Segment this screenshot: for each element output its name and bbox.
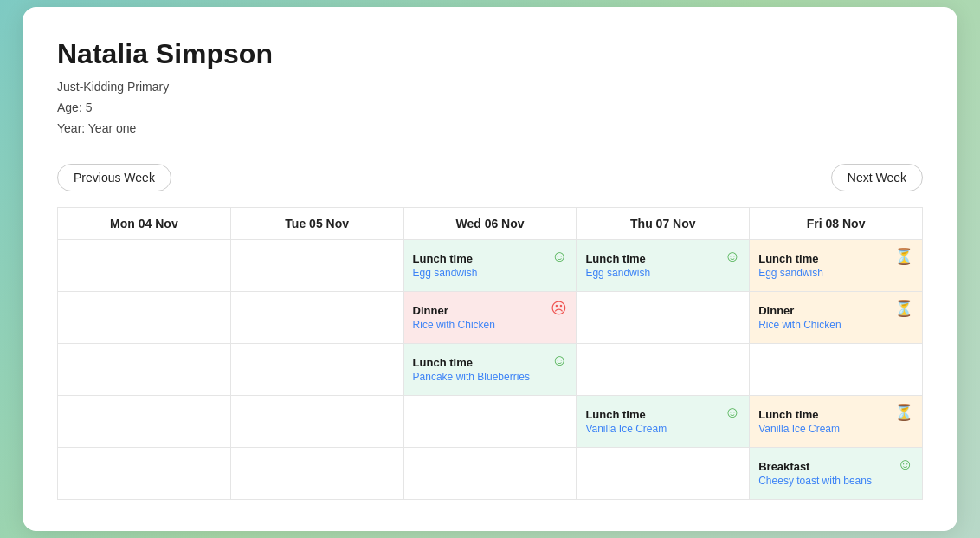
meal-table: Mon 04 Nov Tue 05 Nov Wed 06 Nov Thu 07 … bbox=[57, 207, 923, 500]
col-fri: Fri 08 Nov bbox=[750, 207, 923, 239]
status-happy-icon: ☺ bbox=[898, 457, 913, 472]
cell-row1-thu bbox=[577, 291, 750, 343]
meal-type-label: Lunch time bbox=[585, 252, 740, 265]
cell-row2-mon bbox=[58, 343, 231, 395]
cell-content-fri-row4: BreakfastCheesy toast with beans☺ bbox=[750, 448, 922, 499]
meal-type-label: Lunch time bbox=[413, 252, 568, 265]
meal-name-label: Vanilla Ice Cream bbox=[758, 423, 913, 435]
meal-name-label: Pancake with Blueberries bbox=[413, 371, 568, 383]
status-happy-icon: ☺ bbox=[551, 249, 567, 264]
meal-type-label: Breakfast bbox=[758, 460, 913, 473]
cell-content-fri-row3: Lunch timeVanilla Ice Cream⏳ bbox=[750, 396, 922, 447]
cell-row1-fri: DinnerRice with Chicken⏳ bbox=[750, 291, 923, 343]
cell-row4-tue bbox=[230, 447, 403, 499]
prev-week-button[interactable]: Previous Week bbox=[57, 164, 171, 191]
cell-row3-fri: Lunch timeVanilla Ice Cream⏳ bbox=[750, 395, 923, 447]
cell-content-fri-row0: Lunch timeEgg sandwish⏳ bbox=[750, 240, 922, 291]
meal-type-label: Lunch time bbox=[758, 408, 913, 421]
cell-row4-mon bbox=[58, 447, 231, 499]
status-hourglass-icon: ⏳ bbox=[894, 301, 913, 316]
cell-content-wed-row1: DinnerRice with Chicken☹ bbox=[404, 292, 577, 343]
cell-row2-tue bbox=[230, 343, 403, 395]
meal-name-label: Egg sandwish bbox=[413, 267, 568, 279]
next-week-button[interactable]: Next Week bbox=[831, 164, 923, 191]
profile-school: Just-Kidding Primary bbox=[57, 77, 923, 98]
meal-name-label: Egg sandwish bbox=[585, 267, 740, 279]
profile-year: Year: Year one bbox=[57, 119, 923, 139]
nav-row: Previous Week Next Week bbox=[57, 164, 923, 191]
profile-name: Natalia Simpson bbox=[57, 38, 923, 70]
cell-row0-wed: Lunch timeEgg sandwish☺ bbox=[403, 239, 577, 291]
meal-name-label: Cheesy toast with beans bbox=[758, 475, 913, 487]
meal-name-label: Egg sandwish bbox=[758, 267, 913, 279]
status-hourglass-icon: ⏳ bbox=[894, 405, 913, 420]
cell-row0-fri: Lunch timeEgg sandwish⏳ bbox=[750, 239, 923, 291]
cell-row3-thu: Lunch timeVanilla Ice Cream☺ bbox=[577, 395, 750, 447]
main-card: Natalia Simpson Just-Kidding Primary Age… bbox=[23, 7, 957, 530]
cell-row1-wed: DinnerRice with Chicken☹ bbox=[403, 291, 577, 343]
col-tue: Tue 05 Nov bbox=[230, 207, 403, 239]
cell-row2-fri bbox=[750, 343, 923, 395]
meal-type-label: Lunch time bbox=[585, 408, 740, 421]
cell-row4-wed bbox=[403, 447, 577, 499]
cell-content-thu-row3: Lunch timeVanilla Ice Cream☺ bbox=[577, 396, 749, 447]
cell-content-thu-row0: Lunch timeEgg sandwish☺ bbox=[577, 240, 749, 291]
cell-row4-thu bbox=[577, 447, 750, 499]
meal-type-label: Dinner bbox=[758, 304, 913, 317]
col-mon: Mon 04 Nov bbox=[58, 207, 231, 239]
cell-row4-fri: BreakfastCheesy toast with beans☺ bbox=[750, 447, 923, 499]
status-happy-icon: ☺ bbox=[725, 249, 740, 264]
cell-row0-mon bbox=[58, 239, 231, 291]
status-happy-icon: ☺ bbox=[551, 353, 567, 368]
meal-type-label: Lunch time bbox=[413, 356, 568, 369]
cell-content-wed-row0: Lunch timeEgg sandwish☺ bbox=[404, 240, 577, 291]
cell-row1-tue bbox=[230, 291, 403, 343]
meal-name-label: Vanilla Ice Cream bbox=[585, 423, 740, 435]
meal-name-label: Rice with Chicken bbox=[758, 319, 913, 331]
cell-row0-thu: Lunch timeEgg sandwish☺ bbox=[577, 239, 750, 291]
status-happy-icon: ☺ bbox=[725, 405, 740, 420]
status-sad-icon: ☹ bbox=[551, 301, 567, 316]
cell-content-fri-row1: DinnerRice with Chicken⏳ bbox=[750, 292, 922, 343]
cell-row2-thu bbox=[577, 343, 750, 395]
cell-row0-tue bbox=[230, 239, 403, 291]
cell-row3-wed bbox=[403, 395, 577, 447]
cell-row3-tue bbox=[230, 395, 403, 447]
col-thu: Thu 07 Nov bbox=[577, 207, 750, 239]
meal-type-label: Lunch time bbox=[758, 252, 913, 265]
profile-age: Age: 5 bbox=[57, 98, 923, 119]
col-wed: Wed 06 Nov bbox=[403, 207, 577, 239]
cell-row1-mon bbox=[58, 291, 231, 343]
meal-type-label: Dinner bbox=[413, 304, 568, 317]
cell-row3-mon bbox=[58, 395, 231, 447]
cell-content-wed-row2: Lunch timePancake with Blueberries☺ bbox=[404, 344, 577, 395]
meal-name-label: Rice with Chicken bbox=[413, 319, 568, 331]
cell-row2-wed: Lunch timePancake with Blueberries☺ bbox=[403, 343, 577, 395]
profile-info: Just-Kidding Primary Age: 5 Year: Year o… bbox=[57, 77, 923, 139]
status-hourglass-icon: ⏳ bbox=[894, 249, 913, 264]
